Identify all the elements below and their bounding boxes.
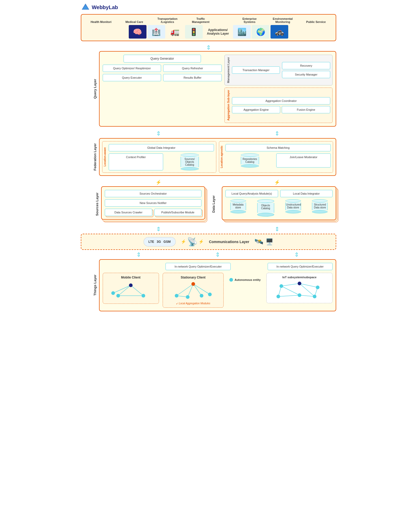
things-layer-row: Things Layer In-network Query Optimizer/… xyxy=(81,259,336,311)
svg-point-16 xyxy=(175,294,178,298)
in-network-2-box: In-network Query Optimizer/Executer xyxy=(268,263,333,270)
satellite-icon: 🛰️ xyxy=(254,237,263,246)
svg-point-6 xyxy=(129,283,133,287)
global-data-integrator-label: Global Data Integrator xyxy=(147,146,175,149)
query-right-section: Management Layer Transaction Manager Rec… xyxy=(224,55,333,123)
schema-matching-box: Schema Matching xyxy=(225,144,331,151)
join-leave-label: Join/Leave Moderator xyxy=(290,156,317,159)
local-query-label: Local Query/Analysis Module(s) xyxy=(231,192,272,195)
arrow-center-ct: ⇕ xyxy=(215,251,220,258)
applications-layer: Health Monitori Medical Care Transportat… xyxy=(81,14,336,41)
arrow-right-sc: ⇕ xyxy=(275,226,279,233)
cat-public: Public Service xyxy=(304,20,328,23)
lightning-left: ⚡ xyxy=(156,180,161,185)
sources-layer-text: Sources Layer xyxy=(95,193,99,216)
fusion-engine-box: Fusion Engine xyxy=(282,106,330,113)
data-layer-label-cell: Data Layer xyxy=(208,186,219,222)
structured-data-cyl: Structured Data store xyxy=(312,199,328,213)
aggregation-engine-box: Aggregation Engine xyxy=(232,106,280,113)
things-layer-content: In-network Query Optimizer/Executer In-n… xyxy=(99,259,336,311)
aggregation-sublayer-box: Aggregation Sub-layer Aggregation Coordi… xyxy=(224,88,333,123)
autonomous-dot: Autonomous entity xyxy=(227,278,262,282)
app-images-row: 🧠 🏥 🚛 🚦 Applications/Analysis Layer 🏙️ 🌍… xyxy=(84,25,333,39)
app-img-environmental: 🌍 xyxy=(252,25,269,39)
header: WebbyLab xyxy=(81,3,336,12)
communications-label: Communications Layer xyxy=(209,240,249,244)
sources-objects-catalog: Sources/ObjectsCatalog xyxy=(165,153,214,170)
query-generator-row: Query Generator xyxy=(103,55,222,63)
results-buffer-label: Results Buffer xyxy=(183,76,201,79)
publish-subscribe-wrapper: Publish/Subscribe Module xyxy=(154,209,202,216)
svg-point-15 xyxy=(191,282,195,286)
new-sources-notifier-label: New Sources Notifier xyxy=(140,201,167,205)
location-aware-box: Location-aware Global Data Integrator Co… xyxy=(102,141,216,173)
sources-orchestrator-label: Sources Orchestrator xyxy=(139,192,167,195)
app-img-public: 🚓 xyxy=(271,25,288,39)
arrow-left-sc: ⇕ xyxy=(156,226,161,233)
svg-line-24 xyxy=(299,283,315,296)
iot-edges xyxy=(269,281,330,300)
security-manager-box: Security Manager xyxy=(282,71,330,78)
data-components: Local Query/Analysis Module(s) Local Dat… xyxy=(225,190,333,216)
context-profiler-label: Context Profiler xyxy=(126,156,146,159)
logo-text: WebbyLab xyxy=(92,4,118,10)
network-device-icon: 🖥️ xyxy=(266,238,273,245)
metadata-store-cyl: Metadata store xyxy=(230,199,246,213)
communications-layer-row: LTE 3G GSM ⚡ 📡 ⚡ Communications Layer 🛰️… xyxy=(81,234,336,250)
transaction-manager-label: Transaction Manager xyxy=(242,69,269,72)
fed-left-bottom: Context Profiler Sources/ObjectsCatalog xyxy=(109,153,214,170)
metadata-store-label: Metadata store xyxy=(230,202,246,210)
arrow-right-ct: ⇕ xyxy=(294,251,299,258)
tower-icon: 📡 xyxy=(187,237,198,247)
arrows-comm-to-things: ⇕ ⇕ ⇕ xyxy=(99,251,336,258)
svg-point-31 xyxy=(277,295,280,298)
unstructured-data-label: Unstructured Data store xyxy=(285,202,301,210)
lightning-icon-1: ⚡ xyxy=(181,239,186,244)
aggregation-coordinator-label: Aggregation Coordinator xyxy=(265,99,297,102)
objects-catalog-label: Objects Catalog xyxy=(257,203,274,213)
repositories-catalog: RepositoriesCatalog xyxy=(225,153,274,168)
svg-point-18 xyxy=(200,294,203,298)
recovery-box: Recovery xyxy=(282,62,330,69)
things-top-bar: In-network Query Optimizer/Executer In-n… xyxy=(103,263,333,270)
svg-line-23 xyxy=(281,286,299,295)
app-img-transport: 🚛 xyxy=(166,25,184,39)
location-aware-label: Location-aware xyxy=(103,147,106,166)
new-sources-notifier-box: New Sources Notifier xyxy=(105,199,201,207)
local-data-integrator-label: Local Data Integrator xyxy=(293,192,320,195)
query-executer-label: Query Executer xyxy=(122,76,142,79)
svg-point-7 xyxy=(116,294,120,298)
data-cylinders-row: Metadata store Objects Catalog Uns xyxy=(225,199,333,216)
schema-matching-label: Schema Matching xyxy=(267,146,290,149)
lte-label: LTE xyxy=(149,240,154,244)
recovery-label: Recovery xyxy=(300,64,312,67)
svg-line-13 xyxy=(193,284,210,294)
in-network-2-label: In-network Query Optimizer/Executer xyxy=(277,265,324,268)
sources-label-cell: Sources Layer xyxy=(81,186,99,222)
protocols-cloud: LTE 3G GSM xyxy=(144,237,176,246)
mobile-edges xyxy=(106,281,156,301)
data-layer-box: Local Query/Analysis Module(s) Local Dat… xyxy=(222,186,336,220)
mobile-client-label: Mobile Client xyxy=(106,276,156,279)
cat-health: Health Monitori xyxy=(89,20,113,23)
query-refresher-box: Query Refresher xyxy=(163,65,222,72)
data-top-row: Local Query/Analysis Module(s) Local Dat… xyxy=(225,190,333,197)
sources-layer-box: Sources Orchestrator New Sources Notifie… xyxy=(101,186,205,220)
svg-point-9 xyxy=(111,291,115,295)
app-layer-label: Applications/Analysis Layer xyxy=(204,27,232,36)
mobile-graph xyxy=(106,281,156,301)
lightning-right: ⚡ xyxy=(274,180,280,185)
aggregation-inner: Aggregation Sub-layer Aggregation Coordi… xyxy=(227,90,330,121)
in-network-spacer xyxy=(103,263,162,270)
query-layer-box: Query Generator Query Optimizer/ Reoptim… xyxy=(99,51,336,127)
svg-point-32 xyxy=(298,293,301,297)
arrow-app-to-query: ⇕ xyxy=(81,45,336,51)
results-buffer-box: Results Buffer xyxy=(163,74,222,81)
fusion-engine-label: Fusion Engine xyxy=(297,108,315,111)
fed-right-inner: Schema Matching RepositoriesCatalog Join… xyxy=(225,144,331,168)
things-layer-text: Things Layer xyxy=(93,275,97,296)
sources-orchestrator-box: Sources Orchestrator xyxy=(105,190,201,197)
svg-point-29 xyxy=(298,282,301,285)
svg-line-26 xyxy=(278,295,299,296)
svg-point-30 xyxy=(316,286,320,289)
